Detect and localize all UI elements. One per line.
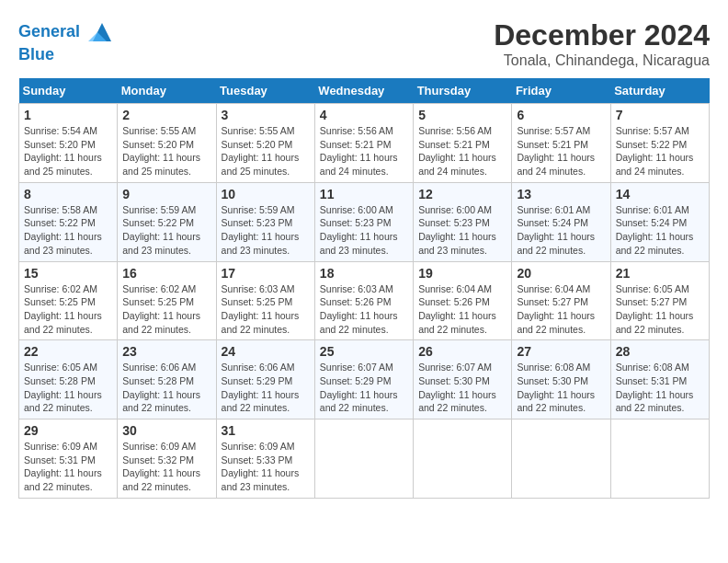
day-number: 1 bbox=[24, 108, 112, 122]
day-number: 23 bbox=[122, 344, 210, 359]
day-info: Sunrise: 6:07 AMSunset: 5:29 PMDaylight:… bbox=[320, 362, 398, 413]
logo-general: General bbox=[18, 22, 80, 40]
day-info: Sunrise: 5:54 AMSunset: 5:20 PMDaylight:… bbox=[24, 125, 102, 177]
calendar-table: SundayMondayTuesdayWednesdayThursdayFrid… bbox=[18, 78, 710, 499]
day-number: 4 bbox=[320, 108, 408, 122]
day-number: 30 bbox=[122, 423, 210, 438]
day-number: 17 bbox=[222, 266, 310, 281]
day-cell-14: 14 Sunrise: 6:01 AMSunset: 5:24 PMDaylig… bbox=[610, 182, 709, 261]
header-sunday: Sunday bbox=[19, 78, 118, 104]
day-info: Sunrise: 6:01 AMSunset: 5:24 PMDaylight:… bbox=[517, 204, 595, 256]
day-number: 28 bbox=[616, 344, 704, 359]
day-cell-5: 5 Sunrise: 5:56 AMSunset: 5:21 PMDayligh… bbox=[414, 104, 512, 183]
calendar-header-row: SundayMondayTuesdayWednesdayThursdayFrid… bbox=[19, 78, 710, 104]
day-number: 12 bbox=[418, 187, 506, 201]
day-info: Sunrise: 6:00 AMSunset: 5:23 PMDaylight:… bbox=[418, 204, 496, 256]
day-cell-13: 13 Sunrise: 6:01 AMSunset: 5:24 PMDaylig… bbox=[512, 182, 610, 261]
day-info: Sunrise: 5:55 AMSunset: 5:20 PMDaylight:… bbox=[122, 125, 200, 177]
day-number: 14 bbox=[616, 187, 704, 201]
day-cell-22: 22 Sunrise: 6:05 AMSunset: 5:28 PMDaylig… bbox=[19, 340, 118, 419]
day-number: 20 bbox=[517, 266, 605, 281]
day-info: Sunrise: 6:03 AMSunset: 5:25 PMDaylight:… bbox=[222, 283, 300, 335]
day-number: 18 bbox=[320, 266, 408, 281]
header-thursday: Thursday bbox=[414, 78, 512, 104]
day-cell-1: 1 Sunrise: 5:54 AMSunset: 5:20 PMDayligh… bbox=[19, 104, 118, 183]
month-title: December 2024 bbox=[494, 18, 710, 52]
calendar-week-3: 15 Sunrise: 6:02 AMSunset: 5:25 PMDaylig… bbox=[19, 261, 710, 340]
day-number: 3 bbox=[222, 108, 310, 122]
calendar-week-2: 8 Sunrise: 5:58 AMSunset: 5:22 PMDayligh… bbox=[19, 182, 710, 261]
day-info: Sunrise: 6:03 AMSunset: 5:26 PMDaylight:… bbox=[320, 283, 398, 335]
day-info: Sunrise: 6:08 AMSunset: 5:30 PMDaylight:… bbox=[517, 362, 595, 413]
day-info: Sunrise: 5:57 AMSunset: 5:22 PMDaylight:… bbox=[616, 125, 694, 177]
day-cell-25: 25 Sunrise: 6:07 AMSunset: 5:29 PMDaylig… bbox=[314, 340, 413, 419]
day-cell-21: 21 Sunrise: 6:05 AMSunset: 5:27 PMDaylig… bbox=[610, 261, 709, 340]
day-info: Sunrise: 6:04 AMSunset: 5:26 PMDaylight:… bbox=[418, 283, 496, 335]
header-wednesday: Wednesday bbox=[314, 78, 413, 104]
day-cell-30: 30 Sunrise: 6:09 AMSunset: 5:32 PMDaylig… bbox=[118, 419, 216, 499]
day-number: 13 bbox=[517, 187, 605, 201]
day-cell-27: 27 Sunrise: 6:08 AMSunset: 5:30 PMDaylig… bbox=[512, 340, 610, 419]
day-info: Sunrise: 6:01 AMSunset: 5:24 PMDaylight:… bbox=[616, 204, 694, 256]
calendar-week-4: 22 Sunrise: 6:05 AMSunset: 5:28 PMDaylig… bbox=[19, 340, 710, 419]
day-cell-17: 17 Sunrise: 6:03 AMSunset: 5:25 PMDaylig… bbox=[216, 261, 314, 340]
day-number: 21 bbox=[616, 266, 704, 281]
day-info: Sunrise: 6:09 AMSunset: 5:31 PMDaylight:… bbox=[24, 441, 102, 492]
day-cell-24: 24 Sunrise: 6:06 AMSunset: 5:29 PMDaylig… bbox=[216, 340, 314, 419]
title-area: December 2024 Tonala, Chinandega, Nicara… bbox=[494, 18, 710, 69]
logo: General Blue bbox=[18, 18, 116, 64]
empty-cell bbox=[610, 419, 709, 499]
day-cell-8: 8 Sunrise: 5:58 AMSunset: 5:22 PMDayligh… bbox=[19, 182, 118, 261]
day-cell-2: 2 Sunrise: 5:55 AMSunset: 5:20 PMDayligh… bbox=[118, 104, 216, 183]
day-number: 2 bbox=[122, 108, 210, 122]
day-number: 31 bbox=[222, 423, 310, 438]
location-title: Tonala, Chinandega, Nicaragua bbox=[494, 52, 710, 69]
header-monday: Monday bbox=[118, 78, 216, 104]
calendar-week-5: 29 Sunrise: 6:09 AMSunset: 5:31 PMDaylig… bbox=[19, 419, 710, 499]
day-number: 11 bbox=[320, 187, 408, 201]
day-number: 15 bbox=[24, 266, 112, 281]
empty-cell bbox=[512, 419, 610, 499]
calendar-week-1: 1 Sunrise: 5:54 AMSunset: 5:20 PMDayligh… bbox=[19, 104, 710, 183]
day-number: 24 bbox=[222, 344, 310, 359]
day-info: Sunrise: 6:00 AMSunset: 5:23 PMDaylight:… bbox=[320, 204, 398, 256]
day-number: 16 bbox=[122, 266, 210, 281]
day-info: Sunrise: 6:05 AMSunset: 5:28 PMDaylight:… bbox=[24, 362, 102, 413]
day-info: Sunrise: 6:06 AMSunset: 5:29 PMDaylight:… bbox=[222, 362, 300, 413]
day-info: Sunrise: 6:05 AMSunset: 5:27 PMDaylight:… bbox=[616, 283, 694, 335]
day-info: Sunrise: 5:59 AMSunset: 5:22 PMDaylight:… bbox=[122, 204, 200, 256]
logo-blue: Blue bbox=[18, 46, 116, 64]
day-cell-18: 18 Sunrise: 6:03 AMSunset: 5:26 PMDaylig… bbox=[314, 261, 413, 340]
day-cell-23: 23 Sunrise: 6:06 AMSunset: 5:28 PMDaylig… bbox=[118, 340, 216, 419]
day-cell-20: 20 Sunrise: 6:04 AMSunset: 5:27 PMDaylig… bbox=[512, 261, 610, 340]
day-cell-28: 28 Sunrise: 6:08 AMSunset: 5:31 PMDaylig… bbox=[610, 340, 709, 419]
day-info: Sunrise: 5:59 AMSunset: 5:23 PMDaylight:… bbox=[222, 204, 300, 256]
day-cell-19: 19 Sunrise: 6:04 AMSunset: 5:26 PMDaylig… bbox=[414, 261, 512, 340]
day-number: 9 bbox=[122, 187, 210, 201]
logo-text: General bbox=[18, 18, 116, 46]
day-info: Sunrise: 5:56 AMSunset: 5:21 PMDaylight:… bbox=[320, 125, 398, 177]
day-cell-7: 7 Sunrise: 5:57 AMSunset: 5:22 PMDayligh… bbox=[610, 104, 709, 183]
day-info: Sunrise: 6:02 AMSunset: 5:25 PMDaylight:… bbox=[24, 283, 102, 335]
day-info: Sunrise: 5:58 AMSunset: 5:22 PMDaylight:… bbox=[24, 204, 102, 256]
day-number: 26 bbox=[418, 344, 506, 359]
day-info: Sunrise: 6:02 AMSunset: 5:25 PMDaylight:… bbox=[122, 283, 200, 335]
day-cell-3: 3 Sunrise: 5:55 AMSunset: 5:20 PMDayligh… bbox=[216, 104, 314, 183]
empty-cell bbox=[314, 419, 413, 499]
day-info: Sunrise: 6:09 AMSunset: 5:32 PMDaylight:… bbox=[122, 441, 200, 492]
day-number: 29 bbox=[24, 423, 112, 438]
day-cell-6: 6 Sunrise: 5:57 AMSunset: 5:21 PMDayligh… bbox=[512, 104, 610, 183]
day-number: 19 bbox=[418, 266, 506, 281]
day-cell-15: 15 Sunrise: 6:02 AMSunset: 5:25 PMDaylig… bbox=[19, 261, 118, 340]
day-info: Sunrise: 6:04 AMSunset: 5:27 PMDaylight:… bbox=[517, 283, 595, 335]
day-cell-31: 31 Sunrise: 6:09 AMSunset: 5:33 PMDaylig… bbox=[216, 419, 314, 499]
day-number: 10 bbox=[222, 187, 310, 201]
day-number: 5 bbox=[418, 108, 506, 122]
day-number: 8 bbox=[24, 187, 112, 201]
header-tuesday: Tuesday bbox=[216, 78, 314, 104]
day-cell-29: 29 Sunrise: 6:09 AMSunset: 5:31 PMDaylig… bbox=[19, 419, 118, 499]
day-info: Sunrise: 5:56 AMSunset: 5:21 PMDaylight:… bbox=[418, 125, 496, 177]
day-info: Sunrise: 5:55 AMSunset: 5:20 PMDaylight:… bbox=[222, 125, 300, 177]
day-cell-26: 26 Sunrise: 6:07 AMSunset: 5:30 PMDaylig… bbox=[414, 340, 512, 419]
day-info: Sunrise: 6:06 AMSunset: 5:28 PMDaylight:… bbox=[122, 362, 200, 413]
